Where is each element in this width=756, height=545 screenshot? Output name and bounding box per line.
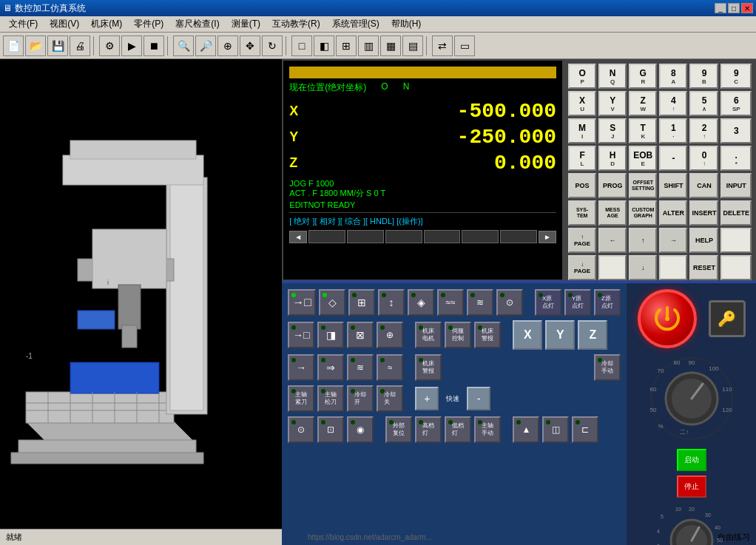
nav-scroll6[interactable] (500, 230, 537, 243)
estop-button[interactable] (638, 289, 697, 348)
tb-view6[interactable]: ▤ (402, 35, 423, 56)
tb-view2[interactable]: ◧ (314, 35, 334, 56)
close-button[interactable]: ✕ (741, 3, 753, 13)
tb-view4[interactable]: ▥ (358, 35, 379, 56)
key-dot[interactable]: .* (720, 146, 752, 171)
btn-high-light[interactable]: 高档灯 (415, 416, 442, 443)
key-custom[interactable]: CUSTOMGRAPH (629, 200, 657, 226)
nav-scroll2[interactable] (347, 230, 384, 243)
key-1[interactable]: 1· (659, 118, 687, 143)
btn-cool-on[interactable]: 冷却开 (347, 385, 374, 412)
key-alter[interactable]: ALTER (659, 200, 687, 226)
title-bar-controls[interactable]: _ □ ✕ (715, 3, 753, 13)
btn-misc-1[interactable]: ▲ (513, 416, 539, 443)
key-5[interactable]: 5∧ (689, 91, 718, 116)
tb-zoom-in[interactable]: 🔍 (173, 35, 194, 56)
key-0[interactable]: 0↑ (689, 146, 718, 171)
menu-part[interactable]: 零件(P) (128, 16, 169, 32)
btn-sub-2[interactable]: ◨ (317, 322, 344, 348)
menu-file[interactable]: 文件(F) (3, 16, 44, 32)
key-left[interactable]: ← (598, 228, 627, 253)
tb-extra[interactable]: ▭ (454, 35, 475, 56)
btn-cool-off[interactable]: 冷却关 (377, 385, 403, 412)
btn-mode-3[interactable]: ⊞ (348, 289, 375, 316)
tb-print[interactable]: 🖨 (70, 35, 90, 56)
btn-speed-plus[interactable]: + (415, 387, 439, 410)
btn-axis-x[interactable]: X (513, 320, 542, 350)
nav-scroll[interactable] (308, 230, 345, 243)
tb-view1[interactable]: □ (291, 35, 312, 56)
key-fl[interactable]: FL (568, 146, 596, 171)
key-right[interactable]: → (659, 228, 687, 253)
key-switch[interactable]: 🔑 (709, 300, 746, 337)
tb-stop[interactable]: ⏹ (144, 35, 164, 56)
key-hd[interactable]: HD (598, 146, 627, 171)
key-9c[interactable]: 9C (720, 64, 752, 89)
btn-mode-5[interactable]: ◈ (408, 289, 434, 316)
key-nq[interactable]: NQ (598, 64, 627, 89)
key-op[interactable]: OP (568, 64, 596, 89)
btn-jog-2[interactable]: ⇒ (317, 354, 344, 381)
btn-r5-1[interactable]: ⊙ (288, 416, 314, 443)
nc-nav-bar[interactable]: ◄ ► (289, 230, 556, 243)
nc-softkeys[interactable]: [ 绝对 ][ 相对 ][ 综合 ][ HNDL] [(操作)] (289, 212, 556, 227)
btn-sp-tight[interactable]: 主轴紧刀 (288, 385, 314, 412)
key-eob[interactable]: EOBE (629, 146, 657, 171)
key-can[interactable]: CAN (689, 173, 718, 198)
nav-scroll3[interactable] (385, 230, 422, 243)
menu-teach[interactable]: 互动教学(R) (266, 16, 326, 32)
btn-servo[interactable]: 伺服控制 (445, 322, 471, 348)
nav-scroll5[interactable] (462, 230, 499, 243)
btn-sub-4[interactable]: ⊕ (377, 322, 403, 348)
key-reset[interactable]: RESET (689, 255, 718, 280)
btn-misc-2[interactable]: ◫ (542, 416, 569, 443)
key-4[interactable]: 4↑ (659, 91, 687, 116)
btn-mode-2[interactable]: ◇ (319, 289, 345, 316)
tb-zoom-out[interactable]: 🔎 (195, 35, 216, 56)
key-insert[interactable]: INSERT (689, 200, 718, 226)
key-6sp[interactable]: 6SP (720, 91, 752, 116)
key-down[interactable]: ↓ (629, 255, 657, 280)
tb-settings[interactable]: ⚙ (99, 35, 120, 56)
nav-right-arrow[interactable]: ► (539, 231, 556, 243)
btn-jog-1[interactable]: → (288, 354, 314, 381)
btn-ext-reset[interactable]: 外部复位 (385, 416, 412, 443)
btn-jog-4[interactable]: ≈ (377, 354, 403, 381)
nav-scroll4[interactable] (424, 230, 461, 243)
key-yv[interactable]: YV (598, 91, 627, 116)
key-message[interactable]: MESSAGE (598, 200, 627, 226)
tb-rotate[interactable]: ↻ (262, 35, 283, 56)
btn-axis-y[interactable]: Y (545, 320, 575, 350)
key-help[interactable]: HELP (689, 228, 718, 253)
menu-measure[interactable]: 测量(T) (226, 16, 266, 32)
key-pageup[interactable]: ↑PAGE (568, 228, 596, 253)
key-delete[interactable]: DELETE (720, 200, 752, 226)
tb-new[interactable]: 📄 (3, 35, 24, 56)
key-tk[interactable]: TK (629, 118, 657, 143)
btn-axis-z[interactable]: Z (578, 320, 607, 350)
key-mi[interactable]: MI (568, 118, 596, 143)
menu-help[interactable]: 帮助(H) (385, 16, 428, 32)
stop-button[interactable]: 停止 (677, 475, 706, 498)
menu-system[interactable]: 系统管理(S) (326, 16, 385, 32)
btn-r5-2[interactable]: ⊡ (317, 416, 344, 443)
btn-mode-7[interactable]: ≋ (467, 289, 493, 316)
btn-alarm2[interactable]: 机床警报 (415, 354, 442, 381)
key-2[interactable]: 2↑ (689, 118, 718, 143)
btn-speed-minus[interactable]: - (467, 387, 490, 410)
tb-open[interactable]: 📂 (25, 35, 46, 56)
key-3[interactable]: 3 (720, 118, 752, 143)
key-offset[interactable]: OFFSETSETTING (629, 173, 657, 198)
btn-x-home[interactable]: X原点灯 (535, 289, 561, 316)
key-9b[interactable]: 9B (689, 64, 718, 89)
start-button[interactable]: 启动 (677, 449, 706, 471)
menu-machine[interactable]: 机床(M) (85, 16, 128, 32)
minimize-button[interactable]: _ (715, 3, 726, 13)
menu-gauge[interactable]: 塞尺检查(I) (169, 16, 225, 32)
key-gr[interactable]: GR (629, 64, 657, 89)
btn-machine-motor[interactable]: 机床电机 (415, 322, 442, 348)
key-sj[interactable]: SJ (598, 118, 627, 143)
menu-view[interactable]: 视图(V) (44, 16, 85, 32)
nav-left-arrow[interactable]: ◄ (289, 231, 307, 243)
btn-jog-3[interactable]: ≋ (347, 354, 374, 381)
